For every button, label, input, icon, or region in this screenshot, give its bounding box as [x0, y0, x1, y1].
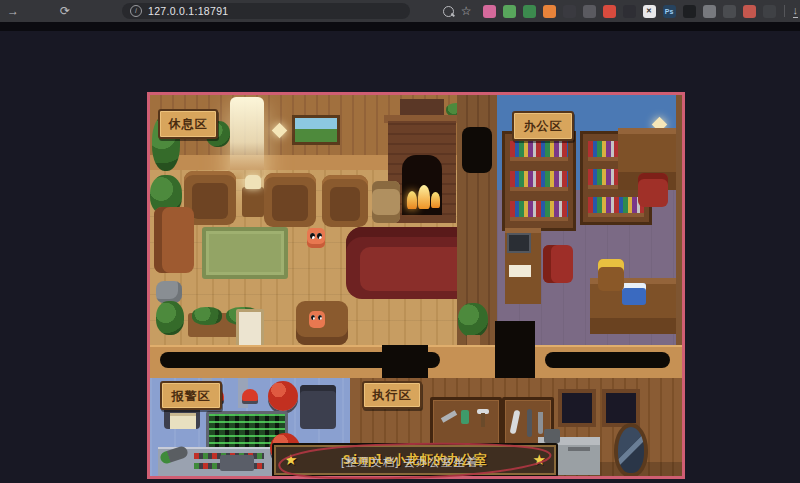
- bookmark-star-icon[interactable]: ☆: [461, 4, 472, 18]
- dark-window: [558, 389, 596, 427]
- alarm-bell[interactable]: [268, 381, 298, 411]
- refresh-button[interactable]: ⟳: [56, 0, 74, 22]
- page-background: 休息区 办公区 报警区 执行区 ★ Simple小龙虾的办公室 ★ [整理文档]…: [0, 31, 800, 483]
- wall-shadow: [545, 352, 670, 368]
- doorway-down[interactable]: [495, 321, 535, 378]
- site-info-icon[interactable]: i: [130, 5, 142, 17]
- armchair[interactable]: [264, 173, 316, 227]
- extension-dark-lock[interactable]: [563, 5, 576, 18]
- url-text: 127.0.0.1:18791: [148, 5, 228, 17]
- sign-office-area: 办公区: [512, 111, 574, 141]
- red-chair[interactable]: [638, 173, 668, 207]
- extension-camera[interactable]: [583, 5, 596, 18]
- extension-green-shield[interactable]: [523, 5, 536, 18]
- table-lamp: [245, 175, 261, 189]
- extensions-row: ✕Ps: [483, 5, 776, 18]
- extension-pink[interactable]: [483, 5, 496, 18]
- computer-monitor: [507, 233, 531, 253]
- zoom-icon[interactable]: [443, 6, 454, 17]
- label-card: [170, 413, 196, 429]
- sign-alarm-area: 报警区: [160, 381, 222, 410]
- flame-icon: [407, 191, 417, 209]
- extension-green-flag[interactable]: [503, 5, 516, 18]
- armchair[interactable]: [322, 175, 368, 227]
- keg: [372, 181, 400, 223]
- bookshelf[interactable]: [502, 131, 576, 231]
- address-bar[interactable]: i 127.0.0.1:18791: [122, 3, 410, 19]
- flame-icon: [418, 185, 430, 209]
- toolbar-shadow: [0, 22, 800, 31]
- extension-gray-circle[interactable]: [703, 5, 716, 18]
- stone: [156, 281, 182, 303]
- extension-dark-logo[interactable]: [623, 5, 636, 18]
- green-rug: [202, 227, 288, 279]
- extension-red-puzzle[interactable]: [743, 5, 756, 18]
- paper: [509, 265, 531, 277]
- extension-dark-circle[interactable]: [683, 5, 696, 18]
- browser-toolbar: → ⟳ i 127.0.0.1:18791 ☆ ✕Ps ↓: [0, 0, 800, 22]
- flame-icon: [431, 192, 440, 208]
- sign-rest-area: 休息区: [158, 109, 218, 139]
- extension-white-x[interactable]: ✕: [643, 5, 656, 18]
- crayfish-character-sitting[interactable]: [309, 311, 325, 328]
- red-chair[interactable]: [543, 245, 573, 283]
- extension-sync[interactable]: [763, 5, 776, 18]
- sofa[interactable]: [154, 207, 194, 273]
- right-wall-strip: [676, 95, 682, 347]
- siren-icon: [242, 389, 258, 401]
- corner-plant: [156, 301, 184, 335]
- planter-greens: [192, 307, 222, 325]
- task-caption: [整理文档] 去办公室坐着。: [16, 455, 800, 470]
- extension-orange[interactable]: [543, 5, 556, 18]
- dark-window: [602, 389, 640, 427]
- potted-tree: [458, 303, 488, 337]
- side-table: [242, 187, 264, 217]
- extension-copy[interactable]: [723, 5, 736, 18]
- window-light: [230, 97, 264, 179]
- download-icon[interactable]: ↓: [793, 5, 799, 18]
- typewriter: [622, 283, 646, 305]
- toolbar-divider: [784, 5, 785, 17]
- forward-button[interactable]: →: [4, 0, 22, 22]
- yellow-chair[interactable]: [598, 259, 624, 291]
- game-map[interactable]: 休息区 办公区 报警区 执行区 ★ Simple小龙虾的办公室 ★: [147, 92, 685, 479]
- mountain-painting: [292, 115, 340, 145]
- white-door[interactable]: [236, 309, 264, 349]
- extension-red[interactable]: [603, 5, 616, 18]
- machine-cabinet: [300, 385, 336, 429]
- doorway-down[interactable]: [382, 345, 428, 378]
- crayfish-character[interactable]: [307, 228, 325, 248]
- extension-photoshop[interactable]: Ps: [663, 5, 676, 18]
- wall-nook: [462, 127, 492, 173]
- sign-execution-area: 执行区: [362, 381, 422, 409]
